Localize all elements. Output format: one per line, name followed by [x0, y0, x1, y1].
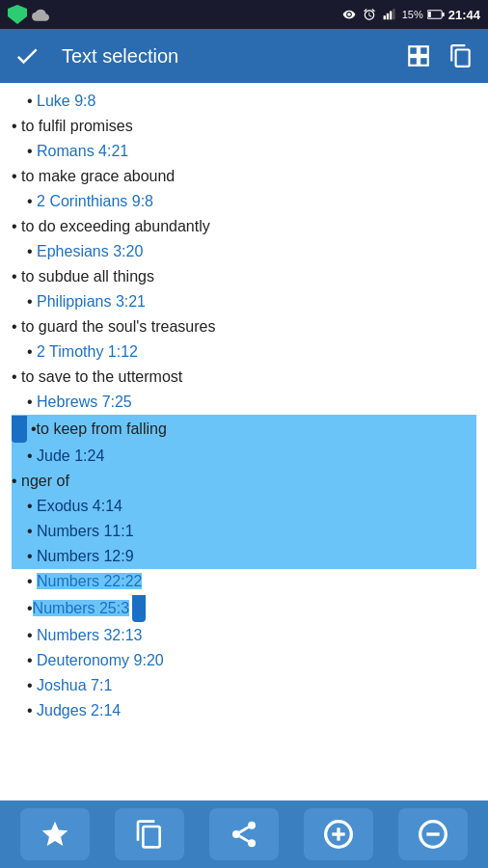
svg-rect-5: [442, 13, 444, 16]
list-item: • nger of: [12, 469, 476, 494]
bullet-icon: •: [12, 168, 21, 184]
svg-rect-8: [420, 46, 428, 55]
list-item: • 2 Timothy 1:12: [12, 339, 476, 365]
list-item: • Numbers 32:13: [12, 623, 476, 648]
bullet-icon: •: [27, 243, 37, 259]
app-bar: Text selection: [0, 29, 488, 83]
bottom-toolbar: [0, 800, 488, 868]
status-left-icons: [8, 5, 49, 24]
numbers11-link[interactable]: Numbers 11:1: [37, 523, 134, 539]
bullet-icon: •: [27, 523, 37, 539]
app-bar-actions: [399, 37, 480, 75]
list-item: • to guard the soul's treasures: [12, 314, 476, 339]
list-item: • Luke 9:8: [12, 89, 476, 114]
romans-link[interactable]: Romans 4:21: [37, 143, 128, 159]
list-item: • Jude 1:24: [12, 444, 476, 469]
corinthians-link[interactable]: 2 Corinthians 9:8: [37, 193, 153, 209]
bullet-icon: •: [12, 268, 21, 285]
add-button[interactable]: [304, 808, 373, 860]
bullet-icon: •: [27, 293, 37, 310]
exodus-link[interactable]: Exodus 4:14: [37, 498, 122, 514]
list-item: • Ephesians 3:20: [12, 239, 476, 264]
list-item: • Numbers 22:22: [12, 569, 476, 594]
signal-icon: [381, 8, 398, 21]
bullet-icon: •: [27, 393, 37, 410]
list-item: • to make grace abound: [12, 164, 476, 189]
bullet-icon: •: [12, 473, 21, 489]
list-item: • Exodus 4:14: [12, 494, 476, 519]
bullet-icon: •: [27, 143, 37, 159]
svg-rect-7: [409, 46, 418, 55]
philippians-link[interactable]: Philippians 3:21: [37, 293, 146, 310]
deuteronomy-link[interactable]: Deuteronomy 9:20: [37, 652, 164, 668]
numbers25-link[interactable]: Numbers 25:3: [33, 597, 130, 620]
bullet-icon: •: [12, 318, 21, 335]
bullet-icon: •: [27, 573, 37, 589]
hebrews-link[interactable]: Hebrews 7:25: [37, 393, 132, 410]
numbers12-link[interactable]: Numbers 12:9: [37, 548, 134, 564]
list-item: • to save to the uttermost: [12, 365, 476, 390]
list-item: • to subdue all things: [12, 264, 476, 289]
list-item: • Numbers 11:1: [12, 519, 476, 544]
bullet-icon: •: [27, 702, 37, 719]
bookmark-button[interactable]: [20, 808, 90, 860]
list-item: • 2 Corinthians 9:8: [12, 189, 476, 214]
svg-rect-0: [383, 15, 385, 19]
bullet-icon: •: [12, 218, 21, 234]
svg-rect-10: [420, 57, 428, 66]
share-button[interactable]: [209, 808, 279, 860]
bullet-icon: •: [27, 93, 37, 109]
bullet-icon: •: [27, 343, 37, 360]
timothy-link[interactable]: 2 Timothy 1:12: [37, 343, 138, 360]
svg-rect-6: [428, 12, 431, 17]
copy-action-button[interactable]: [115, 808, 184, 860]
svg-line-14: [239, 836, 248, 841]
status-bar: 15% 21:44: [0, 0, 488, 29]
luke-link[interactable]: Luke 9:8: [37, 93, 95, 109]
alarm-icon: [362, 8, 377, 21]
selection-handle-right: [132, 595, 146, 622]
bullet-icon: •: [27, 677, 37, 693]
jude-link[interactable]: Jude 1:24: [37, 448, 104, 464]
list-item: • Judges 2:14: [12, 698, 476, 723]
list-item: • Romans 4:21: [12, 139, 476, 164]
svg-rect-2: [390, 12, 392, 20]
judges-link[interactable]: Judges 2:14: [37, 702, 121, 719]
svg-point-11: [248, 822, 256, 829]
list-item: • Hebrews 7:25: [12, 390, 476, 415]
scripture-content: • Luke 9:8 • to fulfil promises • Romans…: [0, 83, 488, 800]
ephesians-link[interactable]: Ephesians 3:20: [37, 243, 143, 259]
list-item: • Joshua 7:1: [12, 673, 476, 698]
bullet-icon: •: [27, 548, 37, 564]
svg-rect-1: [387, 14, 389, 19]
confirm-button[interactable]: [8, 37, 46, 75]
bullet-icon: •: [27, 448, 37, 464]
page-title: Text selection: [54, 45, 392, 68]
list-item: • to fulfil promises: [12, 114, 476, 139]
svg-point-13: [248, 839, 256, 847]
shield-icon: [8, 5, 27, 24]
bullet-icon: •: [27, 652, 37, 668]
bullet-icon: •: [12, 118, 21, 134]
time-display: 21:44: [448, 8, 480, 22]
cloud-icon: [32, 8, 49, 21]
list-item: • to keep from falling: [12, 415, 476, 444]
bullet-icon: •: [12, 368, 21, 385]
list-item: • Deuteronomy 9:20: [12, 648, 476, 673]
grid-view-button[interactable]: [399, 37, 438, 75]
svg-rect-9: [409, 57, 418, 66]
svg-point-12: [232, 830, 240, 838]
eye-icon: [340, 8, 358, 21]
numbers22-link[interactable]: Numbers 22:22: [37, 573, 142, 589]
numbers32-link[interactable]: Numbers 32:13: [37, 627, 142, 643]
bullet-icon: •: [27, 627, 37, 643]
status-right-icons: 15% 21:44: [340, 8, 480, 22]
battery-icon: [427, 9, 445, 20]
list-item: • Numbers 25:3: [12, 594, 476, 623]
joshua-link[interactable]: Joshua 7:1: [37, 677, 112, 693]
svg-rect-3: [393, 9, 394, 19]
copy-button[interactable]: [442, 37, 480, 75]
bullet-icon: •: [27, 498, 37, 514]
remove-button[interactable]: [398, 808, 468, 860]
list-item: • Philippians 3:21: [12, 289, 476, 314]
